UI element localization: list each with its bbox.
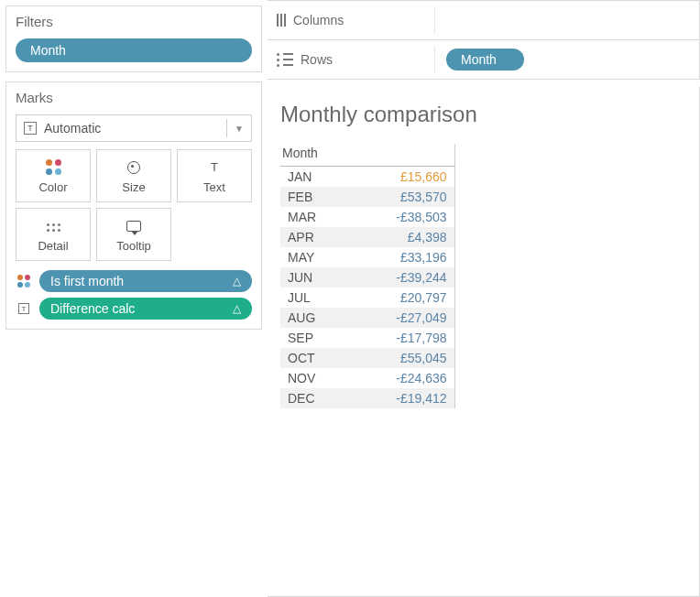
mark-buttons-row: Color Size T Text Detail Tooltip [16,149,252,261]
text-icon: T [211,158,218,177]
month-cell: JUL [280,288,345,308]
value-cell: £4,398 [345,227,454,247]
month-table-body: JAN£15,660FEB£53,570MAR-£38,503APR£4,398… [280,167,454,409]
mark-pill-row-0: Is first month △ [16,270,252,292]
detail-icon [47,217,60,235]
chevron-down-icon: ▼ [226,119,244,137]
marks-title: Marks [16,90,252,105]
mark-pill-label: Is first month [50,274,124,288]
viz-area: Monthly comparison Month JAN£15,660FEB£5… [268,87,700,597]
rows-text: Rows [301,52,333,67]
month-cell: OCT [280,348,345,368]
month-cell: NOV [280,368,345,388]
value-cell: -£19,412 [345,388,454,408]
month-cell: APR [280,227,345,247]
mark-tooltip-button[interactable]: Tooltip [96,208,171,261]
value-cell: £15,660 [345,167,454,188]
mark-detail-button[interactable]: Detail [16,208,91,261]
rows-drop-area[interactable]: Month [434,46,690,73]
table-calc-icon: △ [233,275,241,288]
mark-color-label: Color [38,180,67,194]
text-type-icon: T [24,122,37,135]
table-header-month: Month [280,144,454,167]
text-type-icon[interactable]: T [16,303,32,314]
columns-shelf-label: Columns [277,13,423,27]
value-cell: -£38,503 [345,207,454,227]
rows-shelf[interactable]: Rows Month [268,40,700,80]
mark-detail-label: Detail [38,239,68,253]
mark-tooltip-label: Tooltip [116,239,151,253]
color-dots-icon [46,158,61,177]
columns-drop-area[interactable] [434,6,690,34]
mark-pill-is-first-month[interactable]: Is first month △ [39,270,252,292]
value-cell: £53,570 [345,187,454,207]
month-cell: MAY [280,247,345,267]
mark-size-label: Size [122,180,145,194]
table-row[interactable]: MAY£33,196 [280,247,454,267]
tooltip-icon [126,217,141,235]
month-cell: MAR [280,207,345,227]
size-icon [127,158,140,177]
mark-text-label: Text [203,180,225,194]
color-dots-icon[interactable] [16,275,32,288]
month-cell: JUN [280,267,345,288]
mark-pills: Is first month △ T Difference calc △ [16,270,252,320]
value-cell: £33,196 [345,247,454,267]
filter-pill-month[interactable]: Month [16,38,252,62]
table-row[interactable]: SEP-£17,798 [280,328,454,348]
left-panel: Filters Month Marks T Automatic ▼ Color … [0,0,268,597]
mark-pill-row-1: T Difference calc △ [16,298,252,320]
table-row[interactable]: AUG-£27,049 [280,308,454,328]
filters-card: Filters Month [5,5,262,72]
columns-icon [277,14,286,27]
value-cell: -£39,244 [345,267,454,288]
table-row[interactable]: NOV-£24,636 [280,368,454,388]
marks-card: Marks T Automatic ▼ Color Size T Text [5,81,262,330]
table-row[interactable]: MAR-£38,503 [280,207,454,227]
month-cell: AUG [280,308,345,328]
mark-text-button[interactable]: T Text [177,149,252,202]
month-cell: SEP [280,328,345,348]
month-cell: DEC [280,388,345,408]
value-cell: £55,045 [345,348,454,368]
month-table: Month JAN£15,660FEB£53,570MAR-£38,503APR… [280,144,455,408]
mark-size-button[interactable]: Size [96,149,171,202]
month-cell: JAN [280,167,345,188]
table-row[interactable]: FEB£53,570 [280,187,454,207]
columns-shelf[interactable]: Columns [268,0,700,40]
value-cell: -£27,049 [345,308,454,328]
mark-type-dropdown[interactable]: T Automatic ▼ [16,114,252,142]
mark-pill-difference-calc[interactable]: Difference calc △ [39,298,252,320]
table-row[interactable]: OCT£55,045 [280,348,454,368]
rows-shelf-label: Rows [277,52,423,67]
table-calc-icon: △ [233,302,241,315]
mark-type-label: Automatic [44,121,226,136]
rows-pill-month[interactable]: Month [446,49,524,71]
viz-title: Monthly comparison [280,102,686,127]
month-cell: FEB [280,187,345,207]
value-cell: -£17,798 [345,328,454,348]
value-cell: -£24,636 [345,368,454,388]
columns-text: Columns [293,13,344,27]
table-row[interactable]: APR£4,398 [280,227,454,247]
rows-icon [277,53,293,67]
table-row[interactable]: DEC-£19,412 [280,388,454,408]
mark-pill-label: Difference calc [50,301,135,316]
right-panel: Columns Rows Month Monthly comparison Mo… [268,0,700,597]
table-row[interactable]: JUL£20,797 [280,288,454,308]
value-cell: £20,797 [345,288,454,308]
filters-title: Filters [16,14,252,29]
mark-color-button[interactable]: Color [16,149,91,202]
table-row[interactable]: JAN£15,660 [280,167,454,188]
table-row[interactable]: JUN-£39,244 [280,267,454,288]
